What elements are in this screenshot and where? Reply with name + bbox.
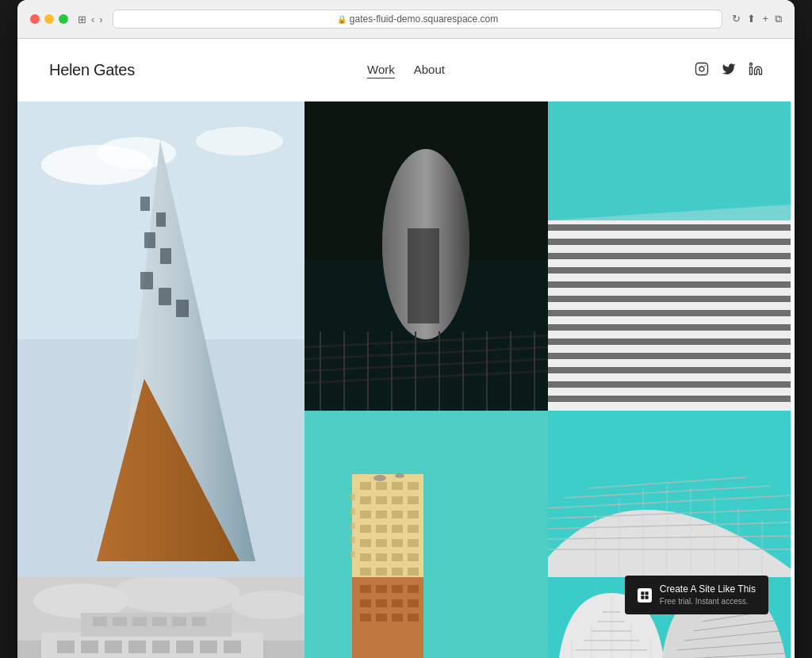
photo-cell-7[interactable] [548,577,791,658]
browser-chrome: ⊞ ‹ › 🔒 gates-fluid-demo.squarespace.com… [17,0,795,39]
linkedin-icon[interactable] [749,62,763,79]
photo-cell-4[interactable] [304,411,548,658]
svg-rect-16 [140,272,153,289]
svg-rect-90 [408,585,419,593]
svg-rect-67 [376,511,387,518]
nav-work[interactable]: Work [367,63,395,78]
svg-rect-61 [408,482,419,490]
photo-cell-3[interactable] [548,101,791,411]
svg-rect-77 [408,539,419,547]
site-nav: Work About [367,63,445,78]
svg-rect-62 [360,496,371,504]
svg-rect-79 [376,553,387,561]
svg-rect-56 [304,411,548,658]
photo-cell-1[interactable] [17,101,304,577]
photo-cell-2[interactable] [304,101,548,411]
svg-rect-65 [408,496,419,504]
svg-rect-132 [152,641,170,653]
new-tab-icon[interactable]: + [762,13,768,25]
svg-rect-129 [81,641,98,653]
svg-rect-64 [392,496,403,504]
website-content: Helen Gates Work About [17,39,795,658]
windows-icon[interactable]: ⧉ [775,13,782,25]
site-logo[interactable]: Helen Gates [49,61,367,79]
svg-rect-134 [200,641,217,653]
svg-rect-78 [360,553,371,561]
svg-rect-100 [350,508,355,515]
svg-rect-130 [105,641,122,653]
svg-rect-97 [392,614,403,622]
lock-icon: 🔒 [337,15,347,24]
svg-point-4 [750,63,753,65]
svg-rect-145 [132,617,147,626]
svg-rect-58 [360,482,371,490]
svg-rect-80 [392,553,403,561]
reload-icon[interactable]: ↻ [732,13,741,25]
close-button[interactable] [30,14,40,24]
svg-rect-15 [160,248,171,264]
maximize-button[interactable] [59,14,68,24]
svg-rect-94 [408,599,419,607]
url-text: gates-fluid-demo.squarespace.com [350,13,498,25]
svg-rect-98 [408,614,419,622]
traffic-lights [30,14,68,24]
svg-rect-66 [360,511,371,518]
svg-rect-147 [172,617,186,626]
svg-rect-74 [360,539,371,547]
svg-rect-18 [176,300,189,317]
svg-point-1 [699,67,704,71]
svg-rect-63 [376,496,387,504]
svg-rect-82 [360,568,371,576]
svg-point-105 [395,473,404,478]
svg-rect-60 [392,482,403,490]
svg-rect-17 [159,288,171,305]
svg-rect-68 [392,511,403,518]
nav-about[interactable]: About [414,63,445,78]
svg-marker-55 [548,205,791,411]
share-icon[interactable]: ⬆ [747,13,756,25]
photo-cell-6[interactable] [17,577,304,658]
svg-rect-96 [376,614,387,622]
svg-rect-95 [360,614,371,622]
svg-rect-70 [360,525,371,533]
svg-rect-103 [350,551,355,557]
svg-rect-99 [350,494,355,500]
address-bar[interactable]: 🔒 gates-fluid-demo.squarespace.com [113,10,723,29]
back-button[interactable]: ‹ [91,13,94,25]
svg-rect-76 [392,539,403,547]
svg-rect-144 [113,617,127,626]
svg-rect-91 [360,599,371,607]
svg-rect-14 [144,232,155,248]
svg-rect-72 [392,525,403,533]
svg-rect-101 [350,522,355,529]
twitter-icon[interactable] [722,62,736,79]
svg-rect-85 [408,568,419,576]
svg-rect-143 [93,617,107,626]
svg-rect-12 [140,197,150,211]
svg-rect-13 [156,212,166,227]
svg-rect-84 [392,568,403,576]
svg-rect-81 [408,553,419,561]
sidebar-toggle-icon[interactable]: ⊞ [78,13,86,25]
svg-rect-88 [376,585,387,593]
browser-actions: ↻ ⬆ + ⧉ [732,13,782,25]
svg-rect-83 [376,568,387,576]
svg-rect-0 [696,63,708,75]
svg-point-9 [196,127,283,155]
minimize-button[interactable] [44,14,54,24]
forward-button[interactable]: › [99,13,102,25]
svg-rect-128 [57,641,75,653]
instagram-icon[interactable] [695,62,709,79]
svg-point-2 [704,65,706,67]
svg-rect-71 [376,525,387,533]
svg-rect-102 [350,537,355,543]
svg-rect-87 [360,585,371,593]
svg-rect-89 [392,585,403,593]
svg-rect-39 [408,228,439,323]
photo-cell-5[interactable] [548,411,791,577]
svg-rect-59 [376,482,387,490]
svg-rect-133 [176,641,193,653]
svg-rect-93 [392,599,403,607]
browser-controls: ⊞ ‹ › [78,13,103,25]
svg-rect-92 [376,599,387,607]
